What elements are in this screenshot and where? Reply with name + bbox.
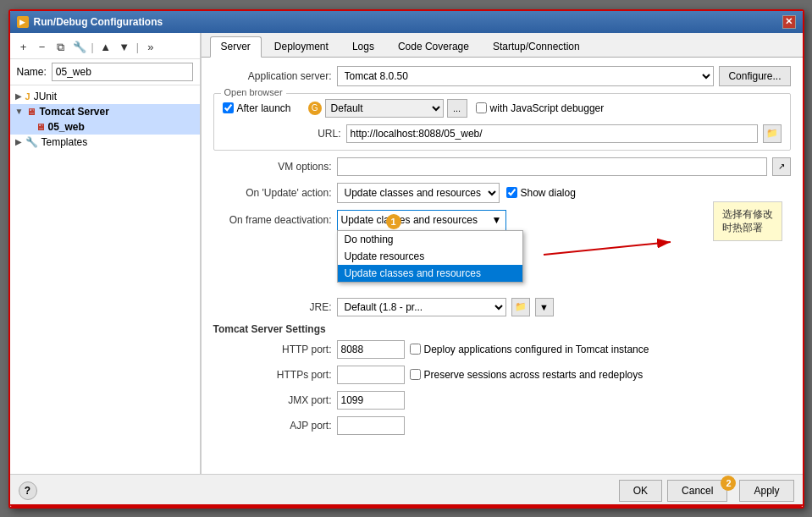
tree-arrow-junit: ▶ <box>15 91 22 101</box>
tomcat-settings-title: Tomcat Server Settings <box>213 323 326 335</box>
preserve-checkbox[interactable] <box>410 369 421 380</box>
frame-select-value: Update classes and resources <box>341 214 492 226</box>
move-up-button[interactable]: ▲ <box>97 39 114 56</box>
app-icon: 🖥 <box>36 122 45 132</box>
toolbar-separator: | <box>91 41 94 53</box>
jre-label: JRE: <box>213 301 332 313</box>
tab-code-coverage[interactable]: Code Coverage <box>387 36 480 57</box>
ajp-port-input[interactable] <box>337 416 405 435</box>
deploy-checkbox-label[interactable]: Deploy applications configured in Tomcat… <box>410 344 649 355</box>
frame-deactivation-row: On frame deactivation: Update classes an… <box>213 210 791 230</box>
js-debugger-label[interactable]: with JavaScript debugger <box>476 102 605 114</box>
jre-down-button[interactable]: ▼ <box>535 298 554 316</box>
browser-more-button[interactable]: ... <box>447 99 467 118</box>
add-config-button[interactable]: + <box>15 39 32 56</box>
close-button[interactable]: ✕ <box>782 15 796 29</box>
sidebar-item-label-junit: JUnit <box>34 91 57 102</box>
help-button[interactable]: ? <box>19 481 37 500</box>
tab-server[interactable]: Server <box>210 36 262 58</box>
show-dialog-checkbox[interactable] <box>506 187 517 198</box>
badge-1: 1 <box>383 214 401 229</box>
browser-selector-area: G Default ... with JavaScript debugger <box>308 99 605 118</box>
sidebar-item-templates[interactable]: ▶ 🔧 Templates <box>10 135 200 150</box>
frame-dropdown-container: Update classes and resources ▼ Do nothin… <box>337 210 506 230</box>
show-dialog-text: Show dialog <box>521 187 576 199</box>
jmx-port-row: JMX port: <box>213 391 791 410</box>
deploy-checkbox[interactable] <box>410 344 421 355</box>
wrench-button[interactable]: 🔧 <box>71 39 88 56</box>
vm-expand-button[interactable]: ↗ <box>772 157 791 176</box>
copy-config-button[interactable]: ⧉ <box>52 39 69 56</box>
js-debugger-checkbox[interactable] <box>476 102 487 113</box>
preserve-checkbox-label[interactable]: Preserve sessions across restarts and re… <box>410 369 644 381</box>
after-launch-checkbox[interactable] <box>223 102 234 113</box>
bottom-bar: ? OK Cancel 2 Apply <box>10 474 803 507</box>
url-label: URL: <box>223 128 341 140</box>
junit-icon: J <box>25 91 30 102</box>
frame-deactivation-area: On frame deactivation: Update classes an… <box>213 210 791 230</box>
name-label: Name: <box>17 66 47 78</box>
panel-body: Application server: Tomcat 8.0.50 Config… <box>202 58 803 474</box>
url-folder-button[interactable]: 📁 <box>763 124 782 143</box>
name-input[interactable] <box>52 63 193 81</box>
cancel-button[interactable]: Cancel <box>667 480 727 502</box>
http-port-label: HTTP port: <box>213 344 332 355</box>
tree-arrow-templates: ▶ <box>15 137 22 146</box>
app-server-select[interactable]: Tomcat 8.0.50 <box>337 66 715 86</box>
browser-logo-icon: G <box>308 102 322 115</box>
on-update-row: On 'Update' action: Update classes and r… <box>213 183 791 203</box>
on-update-controls: Update classes and resources Show dialog <box>337 183 576 203</box>
https-port-input[interactable] <box>337 366 405 384</box>
configure-button[interactable]: Configure... <box>719 66 790 86</box>
jmx-port-input[interactable] <box>337 391 405 410</box>
ajp-port-row: AJP port: <box>213 416 791 435</box>
open-browser-section: Open browser After launch G Default <box>213 93 791 151</box>
dialog-title: Run/Debug Configurations <box>34 16 163 28</box>
open-browser-legend: Open browser <box>221 87 286 97</box>
tab-startup-connection[interactable]: Startup/Connection <box>482 36 591 57</box>
jre-select[interactable]: Default (1.8 - pr... <box>337 298 506 316</box>
more-button[interactable]: » <box>142 39 159 56</box>
sidebar-item-junit[interactable]: ▶ J JUnit <box>10 89 200 104</box>
sidebar-item-tomcat[interactable]: ▼ 🖥 Tomcat Server <box>10 104 200 119</box>
sidebar: + − ⧉ 🔧 | ▲ ▼ | » Name: ▶ J JUnit <box>10 33 201 474</box>
after-launch-label: After launch <box>237 102 291 114</box>
http-port-input[interactable] <box>337 340 405 359</box>
remove-config-button[interactable]: − <box>34 39 51 56</box>
dialog-icon: ▶ <box>17 16 29 28</box>
preserve-checkbox-area: Preserve sessions across restarts and re… <box>410 369 791 381</box>
dropdown-item-nothing[interactable]: Do nothing <box>338 231 522 248</box>
sidebar-item-05web[interactable]: 🖥 05_web <box>10 119 200 135</box>
after-launch-checkbox-label[interactable]: After launch <box>223 102 291 114</box>
on-update-label: On 'Update' action: <box>213 187 332 199</box>
https-port-row: HTTPs port: Preserve sessions across res… <box>213 366 791 384</box>
cancel-button-area: Cancel 2 <box>667 480 727 502</box>
run-debug-dialog: ▶ Run/Debug Configurations ✕ + − ⧉ 🔧 | ▲… <box>8 9 804 509</box>
toolbar-separator2: | <box>136 41 139 53</box>
move-down-button[interactable]: ▼ <box>116 39 133 56</box>
red-bottom-border <box>10 504 803 507</box>
vm-options-row: VM options: ↗ <box>213 157 791 176</box>
dropdown-item-update-resources[interactable]: Update resources <box>338 248 522 265</box>
tabs-row: Server Deployment Logs Code Coverage Sta… <box>202 33 803 58</box>
on-update-select[interactable]: Update classes and resources <box>337 183 500 203</box>
url-input[interactable] <box>346 124 758 143</box>
svg-line-1 <box>544 242 671 255</box>
right-panel: Server Deployment Logs Code Coverage Sta… <box>202 33 803 474</box>
tomcat-settings-label-row: Tomcat Server Settings <box>213 323 791 335</box>
apply-button[interactable]: Apply <box>739 480 793 502</box>
deploy-checkbox-text: Deploy applications configured in Tomcat… <box>424 344 649 355</box>
bottom-right: OK Cancel 2 Apply <box>619 480 794 502</box>
vm-options-input[interactable] <box>337 157 767 176</box>
dropdown-item-update-classes[interactable]: Update classes and resources <box>338 265 522 282</box>
frame-select-display[interactable]: Update classes and resources ▼ <box>337 210 506 230</box>
jre-folder-button[interactable]: 📁 <box>511 298 530 316</box>
tab-logs[interactable]: Logs <box>341 36 385 57</box>
ok-button[interactable]: OK <box>619 480 662 502</box>
template-icon: 🔧 <box>25 136 38 148</box>
show-dialog-label[interactable]: Show dialog <box>506 187 576 199</box>
tab-deployment[interactable]: Deployment <box>263 36 340 57</box>
browser-select[interactable]: Default <box>325 99 444 118</box>
name-row: Name: <box>10 59 200 85</box>
js-debugger-text: with JavaScript debugger <box>490 102 605 114</box>
